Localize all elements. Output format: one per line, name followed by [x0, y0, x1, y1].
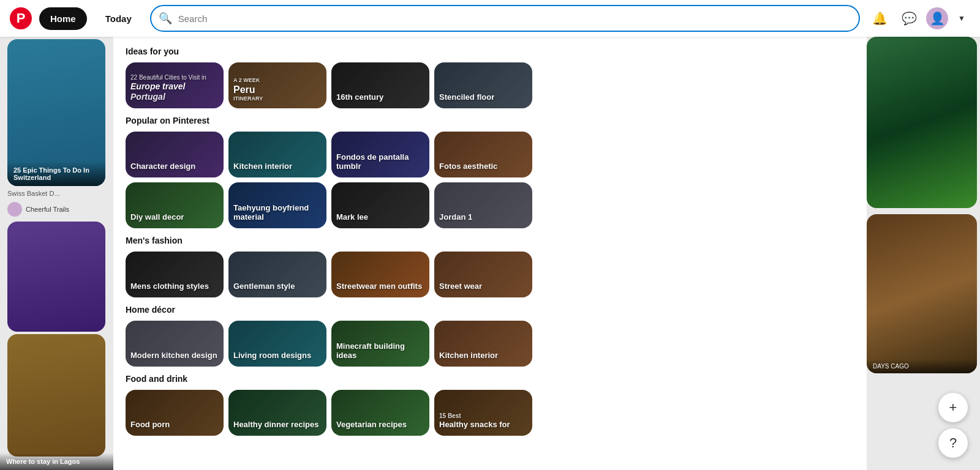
tile-europe-travel[interactable]: 22 Beautiful Cities to Visit in Europe t…: [126, 62, 224, 108]
right-pin-1: [867, 37, 977, 208]
left-pin-1-username: Cheerful Trails: [26, 206, 69, 213]
tiles-row-popular-1: Character design Kitchen interior Fondos…: [126, 132, 854, 177]
tile-healthy-snacks-label: 15 Best Healthy snacks for: [434, 408, 532, 436]
tile-food-porn[interactable]: Food porn: [126, 390, 224, 436]
tile-street-wear-label: Street wear: [434, 277, 532, 297]
section-title-ideas: Ideas for you: [126, 47, 854, 56]
topbar: P Home Today 🔍 🔔 💬 👤 ▼: [0, 0, 980, 37]
tile-stenciled-floor-label: Stenciled floor: [434, 88, 532, 108]
tile-food-porn-label: Food porn: [126, 415, 224, 436]
tile-jordan1[interactable]: Jordan 1: [434, 182, 532, 228]
bell-icon: 🔔: [872, 11, 888, 26]
search-input[interactable]: [150, 5, 860, 32]
help-icon: ?: [949, 435, 957, 451]
tile-living-room[interactable]: Living room designs: [228, 321, 326, 367]
tile-kitchen-int2-label: Kitchen interior: [434, 346, 532, 367]
tile-vegetarian-label: Vegetarian recipes: [331, 415, 429, 436]
section-title-food-drink: Food and drink: [126, 374, 854, 384]
tile-minecraft[interactable]: Minecraft building ideas: [331, 321, 429, 367]
tile-minecraft-label: Minecraft building ideas: [331, 337, 429, 367]
tiles-row-home-decor: Modern kitchen design Living room design…: [126, 321, 854, 367]
tile-street-wear[interactable]: Street wear: [434, 252, 532, 297]
tiles-row-mens-fashion: Mens clothing styles Gentleman style Str…: [126, 252, 854, 297]
tile-streetwear-men[interactable]: Streetwear men outfits: [331, 252, 429, 297]
tile-kitchen-int2[interactable]: Kitchen interior: [434, 321, 532, 367]
avatar[interactable]: 👤: [926, 7, 948, 29]
avatar-icon: 👤: [930, 11, 945, 26]
home-button[interactable]: Home: [39, 7, 87, 30]
tile-europe-travel-label: 22 Beautiful Cities to Visit in Europe t…: [126, 69, 224, 108]
tile-fondos-pantalla[interactable]: Fondos de pantalla tumblr: [331, 132, 429, 177]
messages-button[interactable]: 💬: [897, 6, 921, 31]
tile-stenciled-floor[interactable]: Stenciled floor: [434, 62, 532, 108]
tile-kitchen-interior-label: Kitchen interior: [228, 157, 326, 177]
tile-healthy-snacks[interactable]: 15 Best Healthy snacks for: [434, 390, 532, 436]
right-pin-3-text: DAYS CAGO: [867, 359, 977, 373]
tile-kitchen-interior[interactable]: Kitchen interior: [228, 132, 326, 177]
account-menu-button[interactable]: ▼: [953, 10, 970, 27]
section-title-home-decor: Home décor: [126, 305, 854, 315]
tile-jordan1-label: Jordan 1: [434, 207, 532, 228]
left-pin-1-user-row: Cheerful Trails: [0, 200, 113, 219]
section-title-popular: Popular on Pinterest: [126, 116, 854, 125]
tile-peru[interactable]: A 2 WEEK Peru ITINERARY: [228, 62, 326, 108]
tile-vegetarian[interactable]: Vegetarian recipes: [331, 390, 429, 436]
tile-fondos-pantalla-label: Fondos de pantalla tumblr: [331, 147, 429, 177]
tile-taehyung-label: Taehyung boyfriend material: [228, 198, 326, 228]
tile-diy-wall-decor[interactable]: Diy wall decor: [126, 182, 224, 228]
tile-streetwear-men-label: Streetwear men outfits: [331, 277, 429, 297]
tile-fotos-aesthetic-label: Fotos aesthetic: [434, 157, 532, 177]
search-bar-container: 🔍: [150, 5, 860, 32]
fab-help-button[interactable]: ?: [938, 428, 968, 458]
tile-mens-clothing-label: Mens clothing styles: [126, 277, 224, 297]
pinterest-logo[interactable]: P: [10, 7, 32, 29]
tiles-row-food-drink: Food porn Healthy dinner recipes Vegetar…: [126, 390, 854, 436]
tile-character-design-label: Character design: [126, 157, 224, 177]
left-pin-2: Where to stay in Lagos: [7, 222, 105, 332]
tiles-row-popular-2: Diy wall decor Taehyung boyfriend materi…: [126, 182, 854, 228]
chevron-down-icon: ▼: [958, 14, 965, 23]
tile-healthy-dinner[interactable]: Healthy dinner recipes: [228, 390, 326, 436]
tile-gentleman-label: Gentleman style: [228, 277, 326, 297]
tiles-row-ideas: 22 Beautiful Cities to Visit in Europe t…: [126, 62, 854, 108]
tile-gentleman[interactable]: Gentleman style: [228, 252, 326, 297]
tile-mark-lee[interactable]: Mark lee: [331, 182, 429, 228]
left-side-pins: 25 Epic Things To Do In Switzerland Swis…: [0, 37, 113, 470]
left-pin-1-text: 25 Epic Things To Do In Switzerland: [7, 162, 105, 186]
left-pin-1-subtext: Swiss Basket D...: [0, 188, 113, 200]
section-title-mens-fashion: Men's fashion: [126, 236, 854, 245]
plus-icon: +: [949, 400, 957, 416]
tile-healthy-dinner-label: Healthy dinner recipes: [228, 415, 326, 436]
today-button[interactable]: Today: [94, 7, 143, 30]
tile-diy-wall-decor-label: Diy wall decor: [126, 207, 224, 228]
notifications-button[interactable]: 🔔: [867, 6, 892, 31]
main-content: 25 Epic Things To Do In Switzerland Swis…: [0, 37, 980, 470]
left-pin-1: 25 Epic Things To Do In Switzerland: [7, 39, 105, 186]
tile-taehyung[interactable]: Taehyung boyfriend material: [228, 182, 326, 228]
tile-fotos-aesthetic[interactable]: Fotos aesthetic: [434, 132, 532, 177]
tile-modern-kitchen[interactable]: Modern kitchen design: [126, 321, 224, 367]
tile-16th-century[interactable]: 16th century: [331, 62, 429, 108]
right-pin-3: DAYS CAGO: [867, 214, 977, 373]
nav-right-icons: 🔔 💬 👤 ▼: [867, 6, 970, 31]
tile-16th-century-label: 16th century: [331, 88, 429, 108]
fab-container: + ?: [938, 393, 968, 458]
left-pin-3: [7, 334, 105, 457]
tile-living-room-label: Living room designs: [228, 346, 326, 367]
fab-plus-button[interactable]: +: [938, 393, 968, 422]
search-dropdown: Ideas for you 22 Beautiful Cities to Vis…: [113, 37, 867, 470]
tile-character-design[interactable]: Character design: [126, 132, 224, 177]
left-pin-1-avatar: [7, 202, 22, 217]
chat-icon: 💬: [902, 11, 917, 26]
tile-mark-lee-label: Mark lee: [331, 207, 429, 228]
tile-peru-label: A 2 WEEK Peru ITINERARY: [228, 72, 326, 108]
search-icon: 🔍: [159, 12, 172, 25]
tile-modern-kitchen-label: Modern kitchen design: [126, 346, 224, 367]
tile-mens-clothing[interactable]: Mens clothing styles: [126, 252, 224, 297]
